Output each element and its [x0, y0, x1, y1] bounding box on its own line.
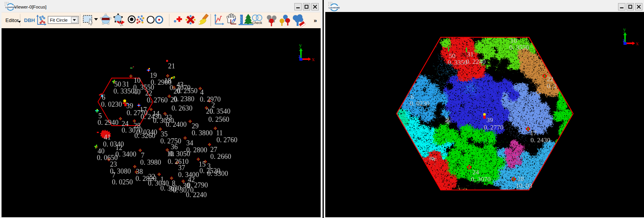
svg-text:0. 2630: 0. 2630 [172, 104, 192, 112]
svg-text:7: 7 [141, 152, 144, 159]
svg-text:0. 2800: 0. 2800 [186, 146, 207, 154]
svg-text:0. 2: 0. 2 [547, 82, 557, 90]
svg-text:41: 41 [104, 133, 111, 141]
svg-text:24: 24 [472, 169, 479, 176]
svg-text:0. 2550: 0. 2550 [177, 87, 197, 95]
svg-text:0. 0230: 0. 0230 [410, 100, 429, 107]
svg-text:0. 0250: 0. 0250 [112, 178, 133, 186]
svg-text:30: 30 [169, 185, 176, 193]
svg-text:0. 3350: 0. 3350 [113, 87, 134, 95]
svg-text:31: 31 [467, 51, 474, 58]
svg-text:33: 33 [165, 114, 172, 121]
svg-text:4: 4 [200, 89, 204, 96]
svg-text:0. 2760: 0. 2760 [216, 136, 237, 144]
svg-text:17: 17 [140, 106, 147, 114]
svg-text:10. 03: 10. 03 [516, 182, 532, 189]
svg-text:0. 3800: 0. 3800 [192, 129, 213, 137]
svg-text:39: 39 [486, 116, 493, 124]
svg-text:LiDAR360: LiDAR360 [329, 7, 340, 9]
svg-text:36: 36 [171, 143, 178, 151]
svg-text:39: 39 [126, 102, 133, 110]
svg-text:y: y [623, 26, 626, 32]
svg-text:0. 3400: 0. 3400 [115, 150, 136, 158]
svg-text:0. 2400: 0. 2400 [166, 121, 187, 128]
svg-text:22: 22 [547, 75, 553, 83]
svg-text:0. 2430: 0. 2430 [531, 136, 550, 144]
svg-text:Editor: Editor [5, 17, 19, 23]
svg-text:x: x [636, 40, 639, 46]
svg-text:7: 7 [112, 171, 115, 179]
svg-text:11: 11 [216, 129, 223, 137]
svg-text:0. 2940: 0. 2940 [98, 119, 118, 126]
svg-text:28: 28 [517, 175, 524, 182]
svg-text:0. 2380: 0. 2380 [173, 95, 194, 103]
svg-text:18: 18 [164, 77, 171, 85]
svg-text:6: 6 [102, 94, 105, 101]
svg-text:29: 29 [192, 122, 199, 130]
svg-text:0. 2970: 0. 2970 [200, 95, 221, 103]
svg-text:x: x [312, 56, 315, 62]
svg-text:Check: Check [252, 21, 262, 25]
svg-text:DBH: DBH [24, 17, 35, 23]
svg-text:27: 27 [210, 146, 217, 153]
svg-text:0. 2760: 0. 2760 [147, 96, 168, 104]
svg-text:14: 14 [153, 110, 160, 118]
svg-text:40: 40 [134, 88, 141, 96]
svg-text:38: 38 [136, 168, 143, 175]
svg-text:»: » [314, 17, 317, 24]
svg-text:34: 34 [186, 139, 193, 147]
svg-text:22: 22 [145, 89, 152, 97]
svg-text:y: y [299, 42, 302, 48]
svg-text:50: 50 [114, 80, 121, 88]
svg-text:0. 3540: 0. 3540 [210, 107, 230, 115]
svg-text:23: 23 [110, 160, 117, 168]
svg-text:0. 2560: 0. 2560 [208, 116, 229, 123]
svg-text:35: 35 [161, 130, 168, 138]
svg-text:Viewer-0[Focus]: Viewer-0[Focus] [14, 5, 46, 9]
svg-text:37: 37 [178, 164, 185, 172]
svg-text:1: 1 [160, 175, 164, 183]
svg-text:0. 2240: 0. 2240 [186, 191, 207, 199]
svg-text:Fit Circle: Fit Circle [50, 18, 67, 22]
svg-text:0. 3980: 0. 3980 [140, 158, 161, 166]
svg-text:21: 21 [168, 62, 175, 70]
svg-text:0. 3300: 0. 3300 [207, 170, 228, 177]
svg-text:0. 2770: 0. 2770 [484, 124, 503, 131]
svg-text:0. 3260: 0. 3260 [134, 132, 155, 140]
svg-text:31: 31 [122, 80, 129, 88]
svg-text:10: 10 [134, 77, 141, 84]
svg-text:0. 3550: 0. 3550 [509, 44, 529, 51]
svg-text:0. 3070: 0. 3070 [471, 175, 491, 183]
svg-text:0. 3350: 0. 3350 [448, 59, 467, 66]
svg-text:19: 19 [150, 72, 157, 79]
svg-text:17: 17 [530, 129, 537, 137]
svg-text:0. 2660: 0. 2660 [210, 153, 231, 160]
svg-text:0. 0230: 0. 0230 [101, 100, 122, 108]
svg-text:0. 2240: 0. 2240 [466, 58, 486, 65]
